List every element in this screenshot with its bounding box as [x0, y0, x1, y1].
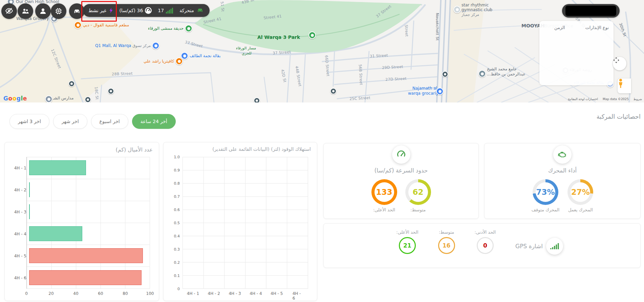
google-logo[interactable]: Google — [3, 95, 27, 102]
map-poi[interactable] — [453, 6, 462, 13]
miles-x-axis: 0 20 40 60 80 100 — [26, 291, 150, 297]
engine-card-title: أداء المحرك — [485, 167, 640, 174]
map-poi[interactable] — [254, 97, 261, 102]
map-poi[interactable] — [85, 96, 92, 102]
chip-icon — [55, 7, 63, 15]
ring-gauge: 27% — [567, 179, 593, 205]
map-poi[interactable]: حديقة ممشى الورقاء — [148, 25, 192, 32]
fuel-chart-title: استهلاك الوقود (لتر) (البيانات القائمة ع… — [164, 142, 317, 152]
miles-chart-title: عدد الأميال (كم) — [5, 142, 159, 153]
poi-pin-icon[interactable] — [45, 95, 52, 102]
map-attribution-item[interactable]: شروط — [634, 97, 642, 101]
map-poi[interactable] — [478, 70, 487, 77]
engine-performance-card: أداء المحرك 73% المحرك متوقف 27% المحرك … — [484, 143, 641, 219]
bar — [29, 226, 82, 241]
poi-pin-icon[interactable] — [330, 88, 337, 94]
map-attribution-item[interactable]: Map data ©2025 — [603, 97, 629, 101]
map-poi[interactable] — [442, 71, 450, 77]
poi-label: Our Own High School — [16, 0, 59, 4]
time-filter-button[interactable]: اخر اسبوع — [91, 114, 128, 129]
poi-pin-icon[interactable] — [478, 70, 486, 77]
fullscreen-button[interactable] — [613, 57, 626, 70]
fuel-x-axis: 4H - 1 4H - 2 4H - 3 4H - 4 4H - 5 4H - … — [183, 291, 308, 297]
miles-chart-plot: 4H - 1 4H - 2 4H - 3 4H - 4 — [10, 157, 153, 289]
street-label: Nouakchott St — [435, 13, 439, 41]
poi-pin-icon[interactable] — [308, 31, 316, 39]
poi-pin-icon[interactable] — [181, 52, 188, 60]
engine-badge — [553, 145, 572, 164]
driver-button[interactable] — [35, 3, 51, 19]
hide-pois-button[interactable] — [1, 3, 17, 19]
bar-row: 4H - 5 — [10, 245, 150, 267]
time-filter-button[interactable]: اخر 3 اشهر — [9, 114, 49, 129]
visibility-off-icon — [5, 7, 13, 15]
bar — [29, 160, 86, 175]
bar-category-label: 4H - 4 — [10, 223, 29, 245]
gps-stat-value: 16 — [443, 242, 451, 249]
map-poi[interactable]: كافيتريا راشد علي — [144, 57, 183, 65]
expand-arrows-icon — [613, 57, 620, 64]
engine-icon — [558, 150, 567, 159]
pegman-control[interactable] — [618, 78, 631, 93]
speed-value: 36 (كم/سا) — [119, 8, 143, 13]
speedometer-icon — [145, 7, 152, 14]
poi-label: بقالة نجمة الطائف — [190, 53, 221, 58]
map-place-label: warqa grocariy — [408, 91, 438, 96]
poi-pin-icon[interactable] — [442, 71, 448, 77]
map-poi[interactable] — [436, 88, 445, 95]
poi-pin-icon[interactable] — [436, 88, 444, 95]
street-label: 51 St — [220, 1, 225, 12]
poi-pin-icon[interactable] — [108, 88, 114, 94]
gps-stat-value: 0 — [483, 242, 487, 249]
map-place-label: Najamath al — [412, 86, 437, 91]
ring-value: 27% — [571, 188, 590, 196]
bar-row: 4H - 4 — [10, 223, 150, 245]
engine-ring: 73% المحرك متوقف — [532, 179, 560, 212]
ring-label: الحد الأعلى: — [373, 207, 395, 212]
map-attribution-item[interactable]: اختصارات لوحة المفاتيح — [568, 97, 598, 101]
poi-pin-icon[interactable] — [453, 6, 461, 13]
movement-status: متحركة — [179, 7, 204, 14]
poi-pin-icon[interactable] — [152, 42, 159, 49]
poi-pin-icon[interactable] — [254, 97, 260, 102]
group-button[interactable] — [18, 3, 33, 19]
map-poi[interactable] — [68, 80, 76, 87]
map-poi[interactable] — [330, 88, 338, 94]
ring-value: 62 — [412, 188, 423, 196]
poi-pin-icon[interactable] — [74, 21, 82, 29]
map-poi[interactable] — [45, 95, 54, 102]
group-icon — [21, 7, 29, 15]
gps-signal-status: 17 — [158, 8, 173, 14]
map-poi[interactable]: مطعم قاسمية الفوال - دبي — [74, 21, 129, 29]
map-poi[interactable]: Q1 Mall, Al Warqa مركز تسوق — [95, 42, 159, 49]
device-button[interactable] — [51, 3, 66, 19]
movement-label: متحركة — [179, 8, 194, 13]
bar-category-label: 4H - 5 — [10, 245, 29, 267]
map-poi[interactable]: Our Own High School — [7, 0, 59, 5]
time-filter-button[interactable]: اخر شهر — [53, 114, 87, 129]
redacted-vehicle-name — [565, 6, 616, 16]
vehicle-name-pill[interactable] — [562, 4, 620, 18]
bar — [29, 204, 30, 219]
map-poi[interactable] — [108, 88, 115, 94]
bar-row: 4H - 1 — [10, 157, 150, 179]
map-poi[interactable] — [308, 31, 317, 39]
moving-car-icon — [196, 7, 204, 14]
poi-pin-icon[interactable] — [68, 80, 75, 87]
time-filter-button[interactable]: أخر 24 ساعة — [132, 114, 176, 129]
bar-row: 4H - 3 — [10, 201, 150, 223]
poi-label: مطعم قاسمية الفوال - دبي — [83, 23, 129, 27]
bar — [29, 248, 143, 263]
poi-pin-icon[interactable] — [85, 96, 91, 102]
alerts-time-header: الزمن — [554, 25, 565, 30]
speed-card-title: حدود السرعة (كم/سا) — [324, 167, 478, 174]
gps-stat-circle: 16 — [438, 237, 455, 254]
bar — [29, 182, 30, 197]
person-icon — [39, 7, 47, 15]
bar-category-label: 4H - 2 — [10, 179, 29, 201]
annotation-highlight-box — [81, 1, 117, 22]
map-place-label: Al Warqa 3 Park — [257, 34, 300, 40]
map-poi[interactable]: بقالة نجمة الطائف — [181, 52, 221, 60]
gps-stat-label: متوسط: — [439, 230, 454, 235]
poi-pin-icon[interactable] — [185, 25, 192, 32]
